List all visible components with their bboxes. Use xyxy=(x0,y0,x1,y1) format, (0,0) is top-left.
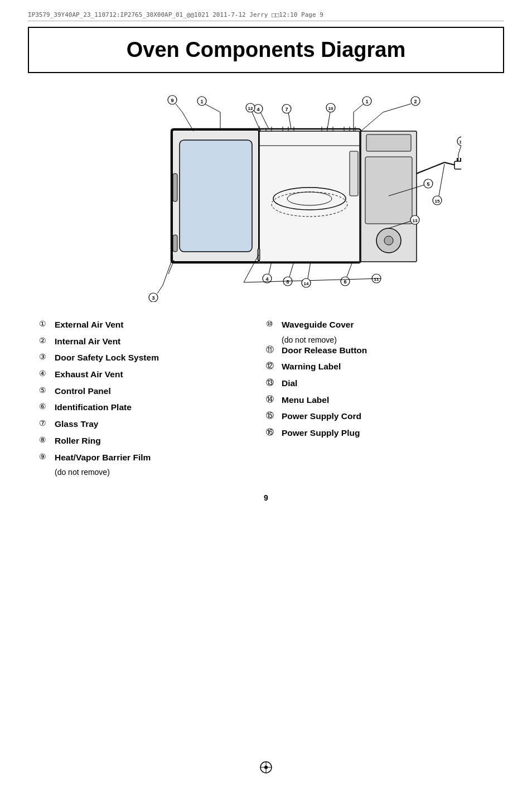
list-item: ⑬ Dial xyxy=(266,377,493,390)
list-item: ⑫ Warning Label xyxy=(266,361,493,373)
svg-line-28 xyxy=(383,104,411,112)
list-item: ⑮ Power Supply Cord xyxy=(266,410,493,422)
page-header: IP3579_39Y40AP_23_110712:IP2765_38X00AP_… xyxy=(28,11,504,21)
svg-text:10: 10 xyxy=(328,106,333,111)
svg-line-27 xyxy=(361,112,383,131)
svg-line-81 xyxy=(354,104,364,112)
svg-rect-2 xyxy=(180,140,252,252)
svg-text:11: 11 xyxy=(374,277,379,282)
list-item: ④ Exhaust Air Vent xyxy=(39,368,266,381)
svg-line-38 xyxy=(269,262,272,274)
svg-line-73 xyxy=(439,164,444,196)
oven-diagram: 1 2 3 4 4 5 6 xyxy=(71,84,461,302)
list-item: ⑥ Identification Plate xyxy=(39,401,266,414)
svg-text:1: 1 xyxy=(365,99,368,104)
svg-text:3: 3 xyxy=(152,295,154,301)
svg-line-50 xyxy=(289,262,294,277)
svg-line-32 xyxy=(157,285,163,294)
left-column: ① External Air Vent ② Internal Air Vent … xyxy=(39,319,266,477)
svg-rect-4 xyxy=(173,235,177,252)
list-item: ⑤ Control Panel xyxy=(39,385,266,397)
svg-rect-15 xyxy=(366,134,411,151)
svg-text:8: 8 xyxy=(286,279,289,285)
list-item: ① External Air Vent xyxy=(39,319,266,331)
list-item: ⑭ Menu Label xyxy=(266,394,493,406)
page-title: Oven Components Diagram xyxy=(40,38,492,62)
svg-point-14 xyxy=(384,236,393,245)
list-item: ⑪ Door Release Button xyxy=(266,344,493,357)
registration-mark xyxy=(259,761,273,776)
item-sub: (do not remove) xyxy=(282,335,493,344)
svg-rect-18 xyxy=(454,161,461,169)
list-item: ⑯ Power Supply Plug xyxy=(266,427,493,439)
svg-text:5: 5 xyxy=(427,181,429,187)
svg-rect-3 xyxy=(173,174,177,201)
page: IP3579_39Y40AP_23_110712:IP2765_38X00AP_… xyxy=(0,0,532,793)
svg-rect-12 xyxy=(365,157,412,224)
svg-line-44 xyxy=(347,262,352,277)
svg-text:16: 16 xyxy=(460,140,461,145)
list-item: ③ Door Safety Lock System xyxy=(39,352,266,364)
svg-text:9: 9 xyxy=(171,98,173,103)
svg-text:4: 4 xyxy=(265,276,268,282)
svg-text:1: 1 xyxy=(200,99,203,104)
svg-line-47 xyxy=(288,112,291,129)
svg-line-54 xyxy=(176,104,182,112)
svg-text:13: 13 xyxy=(413,218,418,223)
list-item: ⑧ Roller Ring xyxy=(39,435,266,447)
svg-line-17 xyxy=(444,162,456,165)
svg-text:2: 2 xyxy=(414,99,417,104)
svg-text:7: 7 xyxy=(285,107,288,112)
title-box: Oven Components Diagram xyxy=(28,27,504,73)
svg-line-57 xyxy=(327,112,330,129)
svg-text:12: 12 xyxy=(248,106,253,111)
list-item: ⑩ Waveguide Cover xyxy=(266,319,493,331)
svg-text:4: 4 xyxy=(257,107,259,112)
right-column: ⑩ Waveguide Cover (do not remove) ⑪ Door… xyxy=(266,319,493,477)
svg-line-77 xyxy=(458,146,461,154)
page-number: 9 xyxy=(28,493,504,502)
svg-text:15: 15 xyxy=(435,199,440,204)
svg-line-70 xyxy=(308,262,311,278)
svg-line-24 xyxy=(205,104,220,112)
list-item: ② Internal Air Vent xyxy=(39,335,266,348)
diagram-area: 1 2 3 4 4 5 6 xyxy=(28,84,504,302)
list-item: ⑨ Heat/Vapor Barrier Film xyxy=(39,451,266,464)
list-item: ⑦ Glass Tray xyxy=(39,418,266,430)
svg-rect-9 xyxy=(350,151,358,196)
svg-line-16 xyxy=(417,162,444,174)
svg-text:6: 6 xyxy=(344,279,346,285)
svg-text:14: 14 xyxy=(304,281,309,286)
item-sub: (do not remove) xyxy=(55,468,266,477)
components-list: ① External Air Vent ② Internal Air Vent … xyxy=(28,319,504,477)
svg-line-35 xyxy=(260,112,269,129)
svg-line-31 xyxy=(163,257,173,285)
